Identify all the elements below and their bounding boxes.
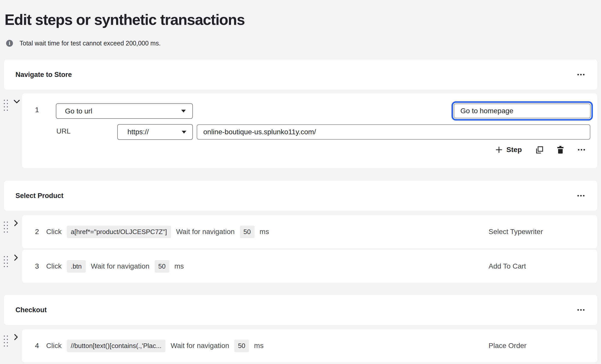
section-navigate-to-store: Navigate to Store [4, 60, 597, 90]
add-step-label: Step [506, 146, 522, 154]
drag-handle-icon[interactable] [4, 336, 8, 346]
selector-chip: .btn [67, 260, 86, 273]
step-menu-button[interactable] [577, 147, 586, 152]
action-select-value: Go to url [65, 107, 92, 115]
chevron-right-icon[interactable] [13, 334, 19, 340]
step-name-input[interactable] [454, 104, 591, 118]
wait-unit-label: ms [260, 228, 269, 236]
step-card-1: 1 Go to url URL https:// Step [22, 93, 597, 168]
chevron-right-icon[interactable] [13, 220, 19, 226]
url-input[interactable] [197, 124, 590, 140]
step-card-4[interactable]: 4 Click //button[text()[contains(.,'Plac… [22, 329, 597, 362]
chevron-right-icon[interactable] [13, 254, 19, 261]
section-menu-button[interactable] [577, 72, 585, 77]
add-step-button[interactable]: Step [495, 146, 522, 154]
drag-handle-icon[interactable] [4, 222, 8, 233]
wait-unit-label: ms [174, 262, 184, 270]
step-action-label: Click [46, 342, 62, 350]
action-select[interactable]: Go to url [56, 103, 193, 119]
wait-label: Wait for navigation [91, 262, 149, 270]
delete-step-button[interactable] [557, 146, 564, 154]
wait-value-chip: 50 [240, 226, 255, 238]
section-title: Checkout [15, 306, 47, 314]
step-action-label: Click [46, 262, 62, 270]
step-name-label: Select Typewriter [489, 228, 543, 236]
step-actions: Step [495, 146, 586, 154]
info-text: Total wait time for test cannot exceed 2… [20, 40, 161, 47]
wait-unit-label: ms [254, 342, 263, 350]
protocol-select[interactable]: https:// [117, 124, 193, 140]
chevron-down-icon [182, 131, 186, 134]
wait-value-chip: 50 [155, 260, 169, 273]
section-title: Select Product [15, 192, 63, 200]
plus-icon [495, 146, 503, 154]
step-number: 1 [35, 106, 39, 114]
step-card-2[interactable]: 2 Click a[href*="product/OLJCESPC7Z"] Wa… [22, 215, 597, 248]
wait-label: Wait for navigation [171, 342, 229, 350]
info-banner: i Total wait time for test cannot exceed… [6, 40, 161, 47]
selector-chip: //button[text()[contains(.,'Plac... [67, 340, 166, 352]
step-name-label: Place Order [489, 342, 526, 350]
step-gutter [4, 99, 20, 111]
copy-icon [536, 146, 543, 154]
step-number: 3 [35, 262, 41, 270]
step-number: 2 [35, 228, 41, 236]
drag-handle-icon[interactable] [4, 100, 8, 111]
duplicate-step-button[interactable] [536, 146, 543, 154]
section-select-product: Select Product [4, 181, 597, 211]
chevron-down-icon [181, 110, 186, 112]
step-gutter [4, 220, 20, 233]
page-title: Edit steps or synthetic transactions [5, 11, 245, 28]
drag-handle-icon[interactable] [4, 256, 8, 267]
step-name-label: Add To Cart [489, 262, 526, 270]
wait-label: Wait for navigation [176, 228, 235, 236]
trash-icon [557, 146, 564, 154]
section-menu-button[interactable] [577, 193, 585, 198]
step-gutter [4, 334, 20, 346]
chevron-down-icon[interactable] [13, 99, 20, 104]
step-action-label: Click [46, 228, 62, 236]
step-card-3[interactable]: 3 Click .btn Wait for navigation 50 ms A… [22, 250, 597, 283]
url-label: URL [56, 127, 71, 135]
protocol-select-value: https:// [127, 128, 149, 136]
section-checkout: Checkout [4, 295, 597, 325]
wait-value-chip: 50 [234, 340, 249, 352]
step-number: 4 [35, 342, 41, 350]
section-menu-button[interactable] [577, 308, 585, 312]
step-gutter [4, 254, 20, 267]
selector-chip: a[href*="product/OLJCESPC7Z"] [67, 226, 171, 238]
info-icon: i [6, 40, 13, 47]
section-title: Navigate to Store [15, 71, 72, 79]
